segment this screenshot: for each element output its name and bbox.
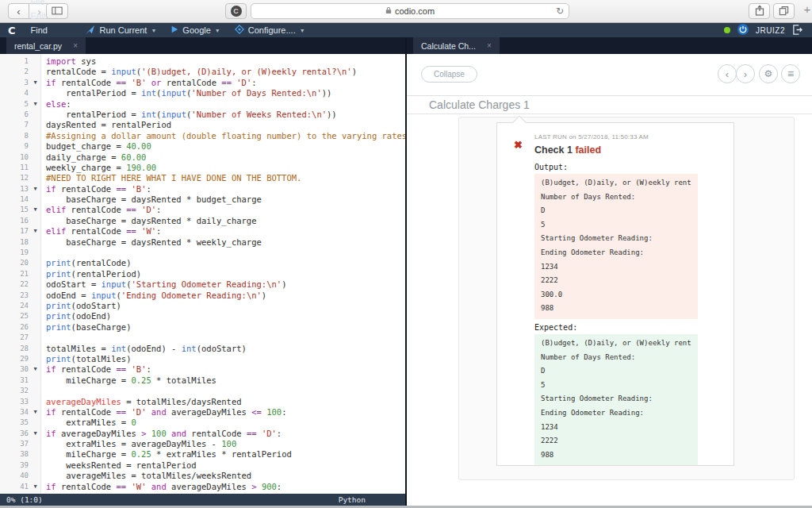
line-number: 27 xyxy=(0,333,29,343)
code-line[interactable]: 2rentalCode = input('(B)udget, (D)aily, … xyxy=(0,67,405,77)
code-line[interactable]: 20print(rentalCode) xyxy=(0,258,405,268)
code-text: print(odoEnd) xyxy=(42,311,111,321)
code-line[interactable]: 28totalMiles = int(odoEnd) - int(odoStar… xyxy=(0,344,405,354)
logout-icon[interactable] xyxy=(792,25,802,37)
code-line[interactable]: 17▼elif rentalCode == 'W': xyxy=(0,226,405,237)
address-bar[interactable]: codio.com ↻ xyxy=(251,3,569,19)
guide-toolbar: Collapse ‹ › ⚙ ≡ xyxy=(407,54,812,96)
code-line[interactable]: 30▼if rentalCode == 'B': xyxy=(0,364,405,375)
close-icon[interactable]: × xyxy=(73,41,78,50)
code-line[interactable]: 1import sys xyxy=(0,56,405,67)
menu-item-find[interactable]: Find xyxy=(22,23,79,37)
collapse-button[interactable]: Collapse xyxy=(421,66,477,83)
code-line[interactable]: 38 mileCharge = 0.25 * extraMiles * rent… xyxy=(0,449,405,460)
fold-arrow-icon[interactable]: ▼ xyxy=(29,364,42,375)
code-line[interactable]: 39 weeksRented = rentalPeriod xyxy=(0,460,405,471)
line-number: 34 xyxy=(0,407,29,418)
line-number: 22 xyxy=(0,279,29,290)
code-line[interactable]: 13▼if rentalCode == 'B': xyxy=(0,184,405,194)
fold-gutter xyxy=(29,333,42,343)
fold-gutter xyxy=(29,311,42,321)
code-line[interactable]: 8#Assigning a dollar amount (double floa… xyxy=(0,131,405,141)
code-line[interactable]: 5▼else: xyxy=(0,99,405,110)
code-line[interactable]: 19 xyxy=(0,248,405,258)
code-line[interactable]: 33averageDayMiles = totalMiles/daysRente… xyxy=(0,397,405,407)
settings-button[interactable]: ⚙ xyxy=(759,64,778,83)
fold-gutter xyxy=(29,216,42,226)
menu-action-google[interactable]: Google▼ xyxy=(163,23,227,37)
code-text: if rentalCode == 'B': xyxy=(42,364,151,375)
code-editor[interactable]: 1import sys2rentalCode = input('(B)udget… xyxy=(0,54,405,494)
rocket-icon xyxy=(85,25,95,37)
code-line[interactable]: 26print(baseCharge) xyxy=(0,322,405,333)
code-line[interactable]: 31 mileCharge = 0.25 * totalMiles xyxy=(0,375,405,386)
username-label[interactable]: JRUIZ2 xyxy=(756,26,785,35)
line-number: 40 xyxy=(0,471,29,481)
code-line[interactable]: 16 baseCharge = daysRented * daily_charg… xyxy=(0,216,405,226)
code-line[interactable]: 37 extraMiles = averageDayMiles - 100 xyxy=(0,439,405,449)
new-tab-button[interactable]: + xyxy=(799,2,812,16)
code-line[interactable]: 36▼if averageDayMiles > 100 and rentalCo… xyxy=(0,429,405,439)
code-text xyxy=(42,248,46,258)
power-icon[interactable] xyxy=(737,24,749,37)
code-line[interactable]: 35 extraMiles = 0 xyxy=(0,418,405,428)
browser-favicon-button[interactable]: C xyxy=(225,3,247,19)
output-box: (B)udget, (D)aily, or (W)eekly rentNumbe… xyxy=(534,174,698,319)
browser-share-button[interactable] xyxy=(749,3,770,19)
code-line[interactable]: 22odoStart = input('Starting Odometer Re… xyxy=(0,279,405,290)
console-line: 1234 xyxy=(541,421,691,435)
tabs-icon xyxy=(779,6,789,17)
menu-action-label: Google xyxy=(182,25,210,35)
code-line[interactable]: 27 xyxy=(0,333,405,343)
close-icon[interactable]: × xyxy=(487,41,492,50)
line-number: 37 xyxy=(0,439,29,449)
fold-arrow-icon[interactable]: ▼ xyxy=(29,407,42,418)
fold-arrow-icon[interactable]: ▼ xyxy=(29,482,42,492)
code-line[interactable]: 21print(rentalPeriod) xyxy=(0,269,405,279)
code-line[interactable]: 10daily_charge = 60.00 xyxy=(0,152,405,163)
code-line[interactable]: 41▼if rentalCode == 'W' and averageDayMi… xyxy=(0,482,405,492)
next-page-button[interactable]: › xyxy=(736,64,755,83)
code-line[interactable]: 25print(odoEnd) xyxy=(0,311,405,321)
code-line[interactable]: 7daysRented = rentalPeriod xyxy=(0,120,405,130)
menu-action-run-current[interactable]: Run Current▼ xyxy=(78,23,163,37)
tab-calculate-charges[interactable]: Calculate Ch... × xyxy=(413,37,500,54)
code-line[interactable]: 23odoEnd = input('Ending Odometer Readin… xyxy=(0,291,405,301)
code-line[interactable]: 6 rentalPeriod = int(input('Number of We… xyxy=(0,110,405,120)
code-line[interactable]: 18 baseCharge = daysRented * weekly_char… xyxy=(0,237,405,248)
code-line[interactable]: 11weekly_charge = 190.00 xyxy=(0,163,405,173)
code-line[interactable]: 4 rentalPeriod = int(input('Number of Da… xyxy=(0,88,405,98)
code-line[interactable]: 40 averageMiles = totalMiles/weeksRented xyxy=(0,471,405,481)
menu-item-file[interactable]: File xyxy=(22,0,79,9)
tab-title: rental_car.py xyxy=(14,41,62,51)
line-number: 25 xyxy=(0,311,29,321)
tab-rental-car-py[interactable]: rental_car.py × xyxy=(6,37,86,54)
fold-arrow-icon[interactable]: ▼ xyxy=(29,429,42,439)
code-line[interactable]: 34▼if rentalCode == 'D' and averageDayMi… xyxy=(0,407,405,418)
fold-arrow-icon[interactable]: ▼ xyxy=(29,226,42,237)
code-line[interactable]: 12#NEED TO RIGHT HERE WHAT I HAVE DONE O… xyxy=(0,173,405,183)
code-line[interactable]: 29print(totalMiles) xyxy=(0,354,405,364)
url-text: codio.com xyxy=(395,6,435,16)
line-number: 24 xyxy=(0,301,29,311)
line-number: 21 xyxy=(0,269,29,279)
code-line[interactable]: 14 baseCharge = daysRented * budget_char… xyxy=(0,194,405,205)
chevron-down-icon: ▼ xyxy=(215,28,220,33)
code-line[interactable]: 32 xyxy=(0,386,405,396)
language-label[interactable]: Python xyxy=(339,495,366,504)
menu-action-configure-[interactable]: Configure....▼ xyxy=(228,23,312,37)
fold-arrow-icon[interactable]: ▼ xyxy=(29,99,42,110)
fold-arrow-icon[interactable]: ▼ xyxy=(29,184,42,194)
code-line[interactable]: 24print(odoStart) xyxy=(0,301,405,311)
code-line[interactable]: 3▼if rentalCode == 'B' or rentalCode == … xyxy=(0,78,405,88)
code-line[interactable]: 15▼elif rentalCode == 'D': xyxy=(0,205,405,215)
fold-arrow-icon[interactable]: ▼ xyxy=(29,78,42,88)
menu-button[interactable]: ≡ xyxy=(781,64,800,83)
fold-arrow-icon[interactable]: ▼ xyxy=(29,205,42,215)
browser-tabs-button[interactable] xyxy=(773,3,795,19)
code-line[interactable]: 9budget_charge = 40.00 xyxy=(0,141,405,152)
editor-statusbar: 0% (1:0) Python xyxy=(0,494,405,506)
menu-item-edit[interactable]: Edit xyxy=(22,9,79,23)
prev-page-button[interactable]: ‹ xyxy=(718,64,737,83)
reload-icon[interactable]: ↻ xyxy=(556,6,564,17)
